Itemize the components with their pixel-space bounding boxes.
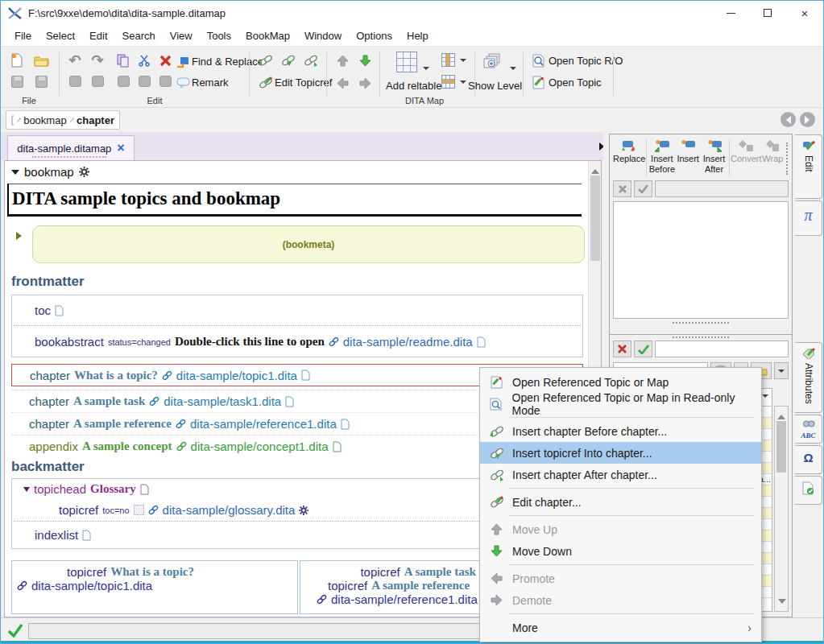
menu-bookmap[interactable]: BookMap (238, 27, 297, 45)
menu-select[interactable]: Select (39, 27, 82, 45)
menu-search[interactable]: Search (115, 27, 163, 45)
frontmatter-heading[interactable]: frontmatter (11, 274, 85, 290)
browse-file-menu-button[interactable] (774, 362, 789, 379)
move-down-button[interactable] (355, 51, 375, 70)
add-reltable-label[interactable]: Add reltable (386, 80, 441, 92)
paste-before-button[interactable] (135, 72, 154, 91)
bookmeta-collapsed-box[interactable]: (bookmeta) (32, 225, 585, 263)
paste-after-button[interactable] (155, 72, 175, 91)
menu-item-promote[interactable]: Promote (480, 568, 761, 589)
find-replace-label[interactable]: Find & Replace (192, 56, 263, 68)
menu-item-insert-before[interactable]: Insert chapter Before chapter... (480, 420, 761, 442)
topicref-href[interactable]: dita-sample/reference1.dita (331, 592, 478, 606)
breadcrumb-item-chapter[interactable]: chapter (77, 114, 114, 126)
repeat-button[interactable] (65, 72, 85, 91)
topicref-href[interactable]: dita-sample/glossary.dita (163, 503, 296, 517)
map-title-block[interactable]: DITA sample topics and bookmap (7, 184, 582, 217)
insert-topicref-into-button[interactable] (278, 51, 297, 70)
collapse-triangle-icon[interactable] (23, 487, 30, 495)
redo-button[interactable]: ↷ (88, 51, 107, 70)
maximize-button[interactable] (749, 1, 786, 25)
navigate-forward-button[interactable] (800, 112, 815, 127)
menu-item-insert-topicref-into[interactable]: Insert topicref Into chapter... (480, 442, 761, 464)
menu-item-edit-chapter[interactable]: Edit chapter... (480, 491, 761, 513)
promote-button[interactable] (333, 73, 352, 93)
element-list-box[interactable] (613, 201, 789, 319)
chapter-href[interactable]: dita-sample/topic1.dita (176, 369, 297, 382)
panel-drag-handle[interactable] (786, 142, 789, 175)
menu-item-demote[interactable]: Demote (480, 589, 761, 611)
expand-triangle-icon[interactable] (16, 232, 26, 240)
scroll-up-icon[interactable] (777, 411, 785, 419)
insert-after-button[interactable]: Insert After (700, 138, 728, 174)
appendix-href[interactable]: dita-sample/concept1.dita (191, 440, 329, 453)
remark-button[interactable] (173, 73, 193, 93)
cut-button[interactable] (135, 51, 154, 70)
save-button[interactable] (7, 72, 27, 91)
edit-confirm-button[interactable] (634, 180, 652, 197)
paste-button[interactable] (114, 72, 133, 91)
document-tab[interactable]: dita-sample.ditamap × (7, 135, 135, 160)
add-reltable-button[interactable] (395, 51, 418, 73)
attribute-name-field[interactable] (655, 341, 789, 357)
remark-label[interactable]: Remark (192, 76, 229, 89)
menu-item-move-up[interactable]: Move Up (480, 518, 761, 540)
element-name-field[interactable] (655, 180, 789, 197)
menu-item-more[interactable]: More › (480, 617, 761, 638)
menu-item-open-referenced[interactable]: Open Referenced Topic or Map (480, 371, 761, 393)
show-level-menu-button[interactable] (508, 59, 518, 78)
close-button[interactable]: × (786, 1, 823, 25)
replace-button[interactable]: Replace (613, 138, 645, 164)
open-topic-label[interactable]: Open Topic (549, 76, 602, 89)
edit-topicref-button[interactable] (255, 73, 275, 93)
delete-button[interactable] (155, 51, 175, 70)
move-up-button[interactable] (333, 51, 352, 70)
dropdown-arrow-icon[interactable] (762, 394, 768, 401)
open-topic-ro-button[interactable] (529, 51, 549, 70)
scrollbar-thumb[interactable] (776, 421, 786, 473)
tab-special-characters-pi[interactable]: π (795, 200, 822, 236)
open-topic-ro-label[interactable]: Open Topic R/O (549, 55, 623, 67)
show-level-button[interactable] (482, 52, 503, 72)
bookmeta-row[interactable]: (bookmeta) (11, 225, 585, 264)
open-topic-button[interactable] (529, 72, 549, 92)
find-replace-button[interactable] (173, 52, 193, 72)
collapse-triangle-icon[interactable] (11, 170, 19, 179)
convert-button[interactable]: Convert (731, 138, 762, 164)
scroll-up-icon[interactable] (591, 165, 599, 174)
macro-button[interactable] (88, 72, 107, 91)
insert-topicref-after-button[interactable] (300, 51, 320, 70)
minimize-button[interactable] (712, 1, 749, 25)
panel-resize-handle[interactable] (673, 322, 729, 324)
map-title[interactable]: DITA sample topics and bookmap (12, 188, 582, 209)
bookmap-node-header[interactable]: bookmap (11, 165, 89, 179)
bookabstract-href[interactable]: dita-sample/readme.dita (343, 335, 473, 349)
menu-item-insert-after[interactable]: Insert chapter After chapter... (480, 464, 761, 485)
backmatter-heading[interactable]: backmatter (11, 459, 85, 475)
insert-before-button[interactable]: Insert Before (648, 138, 676, 174)
menu-tools[interactable]: Tools (200, 27, 238, 45)
insert-button[interactable]: Insert (677, 138, 700, 164)
edit-cancel-button[interactable] (613, 180, 631, 197)
chapter-href[interactable]: dita-sample/reference1.dita (190, 417, 337, 431)
undo-button[interactable]: ↶ (65, 51, 85, 70)
demote-button[interactable] (355, 73, 375, 93)
add-reltable-menu-button[interactable] (421, 59, 431, 78)
add-column-menu-button[interactable] (458, 51, 468, 70)
wrap-button[interactable]: Wrap (762, 138, 785, 164)
breadcrumb-item-bookmap[interactable]: bookmap (23, 114, 66, 126)
navtitle-placeholder-icon[interactable] (134, 505, 144, 515)
tab-edit[interactable]: Edit (795, 134, 822, 199)
add-row-menu-button[interactable] (458, 72, 468, 92)
tab-special-characters-omega[interactable]: Ω (795, 445, 822, 474)
add-column-button[interactable] (440, 52, 456, 68)
menu-options[interactable]: Options (349, 27, 400, 45)
gear-icon[interactable] (299, 506, 308, 515)
attributes-scrollbar[interactable] (774, 406, 789, 612)
menu-edit[interactable]: Edit (82, 27, 114, 45)
menu-view[interactable]: View (163, 27, 200, 45)
tab-attributes[interactable]: Attributes (795, 342, 822, 413)
tab-close-icon[interactable]: × (117, 142, 124, 155)
chapter-href[interactable]: dita-sample/task1.dita (164, 394, 281, 408)
tab-validate[interactable] (795, 476, 822, 505)
